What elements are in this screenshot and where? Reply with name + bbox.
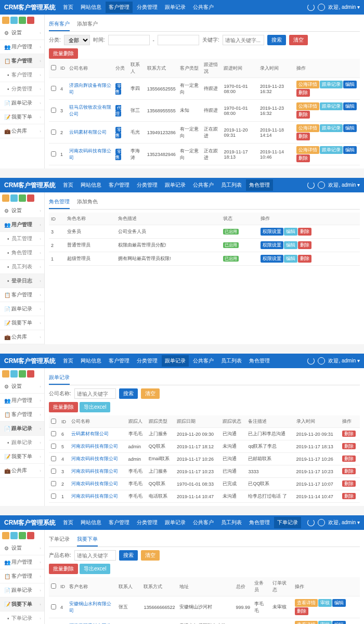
category-select[interactable]: 全部 (64, 35, 90, 45)
time-to-input[interactable] (158, 35, 199, 45)
export-button[interactable]: 导出excel (80, 402, 110, 412)
sidebar-item[interactable]: 📋 客户管理 › (0, 54, 44, 68)
sidebar-item[interactable]: • 角色管理 › (0, 246, 44, 260)
row-checkbox[interactable] (51, 151, 56, 157)
refresh-icon[interactable] (307, 181, 315, 189)
op-btn[interactable]: 编辑 (343, 124, 357, 132)
sidebar-item[interactable]: 📄 跟单记录 › (0, 583, 44, 597)
delete-button[interactable]: 删除 (342, 456, 356, 462)
op-btn[interactable]: 删除 (295, 607, 308, 615)
delete-button[interactable]: 删除 (342, 493, 356, 499)
sidebar-item[interactable]: • 下单记录 › (0, 612, 44, 624)
tab[interactable]: 添加客户 (77, 18, 98, 31)
nav-item[interactable]: 跟单记录 (165, 519, 186, 526)
company-link[interactable]: 安徽铜山水利有限公司 (69, 601, 111, 613)
refresh-icon[interactable] (307, 519, 315, 526)
clear-button[interactable]: 清空 (289, 35, 308, 45)
select-all-checkbox[interactable] (51, 419, 56, 424)
row-checkbox[interactable] (51, 108, 56, 113)
avatar-icon[interactable] (318, 357, 325, 365)
nav-item[interactable]: 跟单记录 (162, 355, 189, 367)
company-link[interactable]: 驻马店牧牧农业有限公司 (69, 105, 111, 116)
company-link[interactable]: 云码素材有限公司 (71, 431, 109, 436)
op-btn[interactable]: 删除 (296, 89, 310, 97)
nav-item[interactable]: 分类管理 (137, 4, 158, 11)
sidebar-item[interactable]: ⚙ 设置 › (0, 204, 44, 218)
op-btn[interactable]: 权限设置 (261, 228, 283, 236)
welcome-text[interactable]: 欢迎, admin ▾ (328, 181, 360, 189)
nav-item[interactable]: 客户管理 (109, 181, 129, 189)
nav-item[interactable]: 公共客户 (193, 357, 214, 365)
op-btn[interactable]: 查看详情 (295, 621, 318, 624)
op-btn[interactable]: 审核 (318, 599, 332, 607)
nav-item[interactable]: 下单记录 (274, 517, 301, 528)
row-checkbox[interactable] (51, 444, 56, 449)
refresh-icon[interactable] (307, 357, 315, 365)
sidebar-item[interactable]: 📋 客户管理 › (0, 408, 44, 422)
nav-item[interactable]: 客户管理 (109, 357, 129, 365)
sidebar-item[interactable]: 💼 公共库 › (0, 124, 44, 138)
tool-btn[interactable] (19, 17, 26, 24)
tab[interactable]: 所有客户 (49, 18, 70, 31)
nav-item[interactable]: 分类管理 (137, 519, 158, 526)
tool-btn[interactable] (19, 194, 26, 202)
op-btn[interactable]: 删除 (298, 241, 311, 249)
company-link[interactable]: 河南农码科技有限公司 (71, 481, 118, 486)
nav-item[interactable]: 角色管理 (249, 519, 270, 526)
tool-btn[interactable] (27, 370, 34, 378)
row-checkbox[interactable] (51, 469, 56, 474)
sidebar-item[interactable]: 📋 客户管理 › (0, 569, 44, 583)
tool-btn[interactable] (2, 532, 9, 539)
nav-item[interactable]: 网站信息 (81, 519, 101, 526)
tab[interactable]: 下单记录 (49, 533, 70, 547)
company-link[interactable]: 河南农码科技有限公司 (71, 456, 118, 461)
nav-item[interactable]: 客户管理 (106, 2, 133, 13)
op-btn[interactable]: 编辑 (343, 81, 357, 88)
sidebar-item[interactable]: 📄 跟单记录 › (0, 96, 44, 110)
sidebar-item[interactable]: • 员工管理 › (0, 232, 44, 246)
sidebar-item[interactable]: ⚙ 设置 › (0, 541, 44, 555)
company-link[interactable]: 济源向辉设备有限公司 (69, 83, 111, 95)
tool-btn[interactable] (10, 17, 18, 24)
nav-item[interactable]: 跟单记录 (165, 4, 186, 11)
keyword-input[interactable] (223, 35, 264, 45)
sidebar-item[interactable]: 👥 用户管理 › (0, 218, 44, 232)
sidebar-item[interactable]: 💼 公共库 › (0, 464, 44, 478)
tab[interactable]: 跟单记录 (49, 371, 70, 385)
op-btn[interactable]: 编辑 (284, 241, 297, 249)
op-btn[interactable]: 跟单记录 (320, 102, 343, 110)
op-btn[interactable]: 编辑 (343, 102, 357, 110)
sidebar-item[interactable]: 📝 我要下单 › (0, 316, 44, 330)
nav-item[interactable]: 首页 (63, 357, 73, 365)
nav-item[interactable]: 公共客户 (193, 4, 214, 11)
sidebar-item[interactable]: 📝 我要下单 › (0, 110, 44, 124)
delete-button[interactable]: 删除 (342, 480, 356, 487)
nav-item[interactable]: 员工列表 (221, 357, 242, 365)
nav-item[interactable]: 跟单记录 (165, 181, 186, 189)
clear-button[interactable]: 清空 (141, 388, 160, 399)
row-checkbox[interactable] (51, 129, 56, 135)
tool-btn[interactable] (19, 370, 26, 378)
sidebar-item[interactable]: 📄 跟单记录 › (0, 422, 44, 436)
product-search-input[interactable] (74, 550, 116, 561)
batch-delete-button[interactable]: 批量删除 (49, 402, 78, 412)
op-btn[interactable]: 跟单记录 (320, 81, 343, 88)
delete-button[interactable]: 删除 (342, 468, 356, 474)
sidebar-item[interactable]: 📝 我要下单 › (0, 450, 44, 464)
sidebar-item[interactable]: • 员工列表 › (0, 260, 44, 274)
delete-button[interactable]: 删除 (342, 443, 356, 449)
nav-item[interactable]: 员工列表 (221, 181, 242, 189)
sidebar-item[interactable]: • 客户管理 › (0, 68, 44, 82)
op-btn[interactable]: 删除 (298, 255, 311, 263)
company-search-input[interactable] (74, 388, 116, 399)
sidebar-item[interactable]: 💼 公共库 › (0, 330, 44, 344)
nav-item[interactable]: 角色管理 (249, 357, 270, 365)
nav-item[interactable]: 网站信息 (81, 4, 101, 11)
avatar-icon[interactable] (318, 519, 325, 526)
nav-item[interactable]: 网站信息 (81, 357, 101, 365)
nav-item[interactable]: 分类管理 (137, 181, 158, 189)
search-button[interactable]: 搜索 (267, 35, 286, 45)
tool-btn[interactable] (27, 532, 34, 539)
tool-btn[interactable] (2, 194, 9, 202)
row-checkbox[interactable] (51, 86, 56, 91)
